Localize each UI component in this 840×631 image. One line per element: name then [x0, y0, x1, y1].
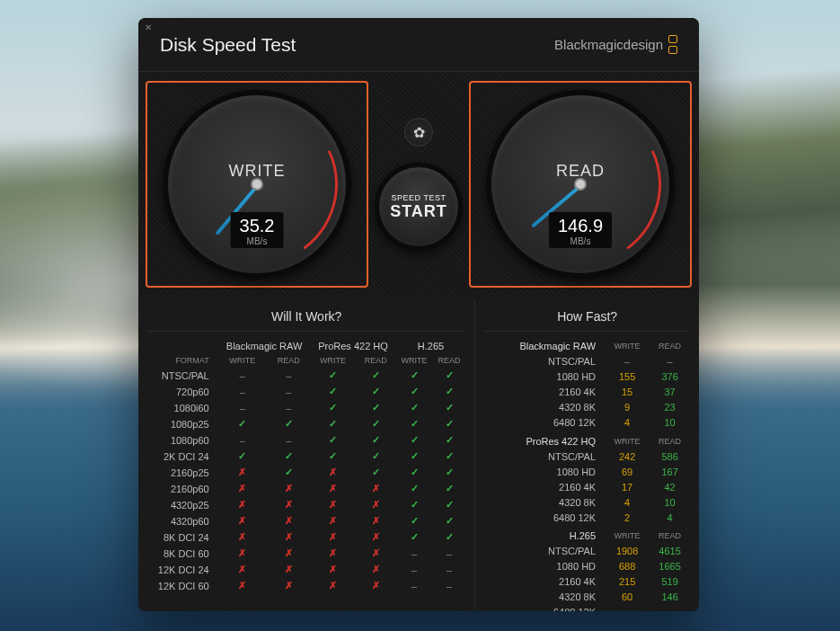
table-row: 6480 12K410	[484, 415, 690, 431]
how-fast-panel: How Fast? Blackmagic RAWWRITEREADNTSC/PA…	[474, 300, 699, 611]
table-row: 8K DCI 60✗✗✗✗––	[147, 546, 465, 562]
table-row: 4320 8K923	[484, 400, 690, 415]
close-button[interactable]: ✕	[142, 22, 155, 34]
write-value-box: 35.2 MB/s	[231, 212, 284, 248]
table-row: 1080p60––✓✓✓✓	[147, 432, 465, 449]
table-row: NTSC/PAL19084615	[484, 544, 690, 559]
table-row: 1080 HD6881665	[484, 559, 690, 574]
start-button-subtitle: SPEED TEST	[392, 193, 447, 202]
gauge-panel: WRITE 35.2 MB/s ✿ SPEED TEST START READ	[138, 72, 699, 300]
table-row: 1080p25✓✓✓✓✓✓	[147, 416, 465, 432]
table-row: 2K DCI 24✓✓✓✓✓✓	[147, 449, 465, 465]
start-button-label: START	[390, 202, 447, 221]
app-title: Disk Speed Test	[160, 34, 296, 56]
read-gauge-frame: READ 146.9 MB/s	[469, 81, 692, 288]
read-unit: MB/s	[558, 236, 603, 246]
read-gauge: READ 146.9 MB/s	[486, 90, 675, 279]
gear-icon: ✿	[413, 124, 425, 141]
table-row: NTSC/PAL242586	[484, 449, 690, 464]
table-row: 12K DCI 60✗✗✗✗––	[147, 578, 465, 594]
settings-button[interactable]: ✿	[404, 118, 433, 147]
write-gauge-frame: WRITE 35.2 MB/s	[146, 81, 368, 288]
app-window: ✕ Disk Speed Test Blackmagicdesign WRITE…	[138, 18, 699, 611]
will-it-work-panel: Will It Work? Blackmagic RAWProRes 422 H…	[138, 300, 474, 611]
table-row: 2160p60✗✗✗✗✓✓	[147, 481, 465, 497]
start-button[interactable]: SPEED TEST START	[375, 163, 463, 251]
table-row: 1080 HD69167	[484, 464, 690, 479]
header: Disk Speed Test Blackmagicdesign	[138, 18, 699, 72]
results-tables: Will It Work? Blackmagic RAWProRes 422 H…	[138, 300, 699, 611]
table-row: 4320 8K410	[484, 494, 690, 510]
write-gauge: WRITE 35.2 MB/s	[163, 90, 351, 279]
table-row: NTSC/PAL––✓✓✓✓	[147, 368, 465, 384]
read-value: 146.9	[558, 216, 603, 236]
table-row: 720p60––✓✓✓✓	[147, 384, 465, 400]
write-unit: MB/s	[240, 236, 275, 246]
table-row: 4320p25✗✗✗✗✓✓	[147, 497, 465, 513]
table-row: 1080i60––✓✓✓✓	[147, 400, 465, 416]
table-row: NTSC/PAL––	[484, 354, 690, 369]
table-row: 12K DCI 24✗✗✗✗––	[147, 562, 465, 578]
table-row: 6480 12K24	[484, 510, 690, 525]
table-row: 2160 4K1742	[484, 479, 690, 494]
table-row: 6480 12K––	[484, 605, 690, 612]
table-row: 1080 HD155376	[484, 369, 690, 385]
write-value: 35.2	[240, 216, 275, 236]
will-panel-title: Will It Work?	[147, 300, 465, 332]
brand-icon	[668, 35, 677, 54]
will-it-work-table: Blackmagic RAWProRes 422 HQH.265FORMATWR…	[147, 335, 465, 594]
table-row: 2160p25✗✓✗✓✓✓	[147, 465, 465, 481]
table-row: 4320 8K60146	[484, 590, 690, 605]
table-row: 4320p60✗✗✗✗✓✓	[147, 513, 465, 529]
table-row: 2160 4K1537	[484, 385, 690, 400]
brand-logo: Blackmagicdesign	[554, 35, 677, 54]
fast-panel-title: How Fast?	[484, 300, 690, 332]
brand-text: Blackmagicdesign	[554, 37, 663, 52]
how-fast-table: Blackmagic RAWWRITEREADNTSC/PAL––1080 HD…	[484, 335, 690, 611]
table-row: 8K DCI 24✗✗✗✗✓✓	[147, 529, 465, 546]
read-value-box: 146.9 MB/s	[549, 212, 612, 248]
table-row: 2160 4K215519	[484, 574, 690, 590]
